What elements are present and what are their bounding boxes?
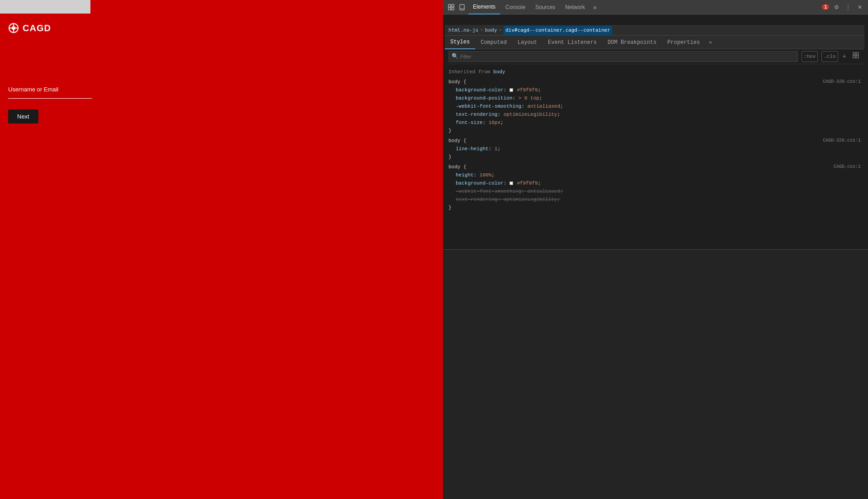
- tab-event-listeners[interactable]: Event Listeners: [542, 36, 602, 49]
- breadcrumb-sep: >: [480, 26, 483, 34]
- toolbar-right: 1 ⚙ ⋮ ✕: [822, 3, 864, 12]
- filter-plus-button[interactable]: +: [842, 52, 847, 61]
- svg-rect-13: [853, 52, 855, 55]
- svg-rect-9: [452, 8, 454, 10]
- filter-input[interactable]: [460, 54, 795, 59]
- svg-point-1: [12, 26, 15, 30]
- tab-layout[interactable]: Layout: [512, 36, 542, 49]
- error-badge: 1: [822, 4, 829, 10]
- css-prop-line: background-position: > 0 top;: [448, 94, 861, 102]
- css-prop-line: line-height: 1;: [448, 145, 861, 153]
- svg-rect-8: [448, 8, 451, 10]
- devtools-tabs: Elements Console Sources Network »: [468, 0, 820, 14]
- logo-area: CAGD: [8, 23, 51, 33]
- css-file-link[interactable]: CAGD-320.css:1: [823, 137, 861, 145]
- breadcrumb-bar: html.no-js > body > div#cagd--container.…: [445, 25, 864, 36]
- css-content: Inherited from body body { CAGD-320.css:…: [445, 64, 864, 214]
- svg-rect-15: [853, 56, 855, 58]
- breadcrumb-body[interactable]: body: [485, 26, 497, 34]
- breadcrumb-sep-2: >: [499, 26, 502, 34]
- filter-bar: 🔍 :hov .cls +: [445, 49, 864, 64]
- tab-console[interactable]: Console: [501, 0, 530, 14]
- css-prop-line: text-rendering: optimizeLegibility;: [448, 110, 861, 119]
- inherited-body-link[interactable]: body: [493, 69, 505, 75]
- tab-sources[interactable]: Sources: [531, 0, 560, 14]
- login-panel: CAGD Username or Email Next: [0, 0, 443, 499]
- logo-text: CAGD: [23, 23, 51, 33]
- more-icon[interactable]: ⋮: [844, 3, 853, 12]
- tab-network[interactable]: Network: [561, 0, 590, 14]
- close-icon[interactable]: ✕: [855, 3, 864, 12]
- tab-dom-breakpoints[interactable]: DOM Breakpoints: [602, 36, 662, 49]
- tab-elements[interactable]: Elements: [468, 0, 500, 14]
- css-prop-line: font-size: 16px;: [448, 119, 861, 127]
- html-tree: html.no-js > body > div#cagd--container.…: [443, 14, 868, 250]
- filter-cls-button[interactable]: .cls: [821, 51, 838, 62]
- tab-computed[interactable]: Computed: [475, 36, 512, 49]
- svg-rect-14: [856, 52, 859, 55]
- tab-properties[interactable]: Properties: [662, 36, 705, 49]
- filter-input-wrapper: 🔍: [448, 51, 798, 62]
- logo-icon: [8, 23, 19, 33]
- css-block-2: body { CAGD-320.css:1 line-height: 1; }: [445, 136, 864, 162]
- css-file-link-3[interactable]: CAGD.css:1: [834, 163, 861, 171]
- settings-icon[interactable]: ⚙: [832, 3, 841, 12]
- css-prop-line-strikethrough: text-rendering: optimizeLegibility;: [448, 195, 861, 204]
- filter-icon: 🔍: [452, 52, 458, 61]
- css-prop-line-strikethrough: -webkit-font-smoothing: antialiased;: [448, 187, 861, 195]
- svg-rect-7: [452, 5, 454, 7]
- css-prop-line: -webkit-font-smoothing: antialiased;: [448, 102, 861, 110]
- css-block-3: body { CAGD.css:1 height: 100%; backgrou…: [445, 162, 864, 213]
- next-button[interactable]: Next: [8, 109, 38, 124]
- css-close-brace: }: [448, 204, 861, 212]
- css-selector-line[interactable]: body { CAGD-320.css:1: [448, 78, 861, 86]
- breadcrumb-active[interactable]: div#cagd--container.cagd--container: [504, 26, 612, 35]
- css-prop-line: height: 100%;: [448, 171, 861, 179]
- styles-tab-overflow[interactable]: »: [705, 38, 716, 47]
- css-block-1: body { CAGD-320.css:1 background-color: …: [445, 77, 864, 136]
- top-bar: [0, 0, 90, 14]
- tab-styles[interactable]: Styles: [445, 36, 475, 49]
- svg-point-12: [462, 9, 462, 9]
- filter-layout-button[interactable]: [851, 52, 861, 61]
- username-input[interactable]: [8, 95, 92, 99]
- filter-hov-button[interactable]: :hov: [802, 51, 818, 62]
- username-label: Username or Email: [8, 86, 92, 93]
- inspect-icon[interactable]: [447, 3, 456, 12]
- css-close-brace: }: [448, 153, 861, 161]
- devtools-panel: Elements Console Sources Network » 1 ⚙ ⋮…: [443, 0, 868, 499]
- css-prop-line: background-color: #f9f9f9;: [448, 86, 861, 94]
- svg-rect-6: [448, 5, 451, 7]
- breadcrumb-html[interactable]: html.no-js: [448, 26, 478, 34]
- tree-line[interactable]: html.no-js > body > div#cagd--container.…: [443, 16, 868, 215]
- device-icon[interactable]: [458, 3, 467, 12]
- css-file-link[interactable]: CAGD-320.css:1: [823, 78, 861, 86]
- css-prop-line: background-color: #f9f9f9;: [448, 179, 861, 187]
- css-selector-line[interactable]: body { CAGD.css:1: [448, 163, 861, 171]
- tab-overflow[interactable]: »: [590, 4, 599, 11]
- login-form: Username or Email Next: [8, 86, 92, 124]
- css-close-brace: }: [448, 127, 861, 135]
- inherited-label: Inherited from body: [445, 66, 864, 77]
- devtools-toolbar: Elements Console Sources Network » 1 ⚙ ⋮…: [443, 0, 868, 14]
- styles-tabs: Styles Computed Layout Event Listeners D…: [445, 36, 864, 49]
- css-selector-line[interactable]: body { CAGD-320.css:1: [448, 137, 861, 145]
- styles-panel: Styles Computed Layout Event Listeners D…: [445, 36, 864, 214]
- svg-rect-16: [856, 56, 859, 58]
